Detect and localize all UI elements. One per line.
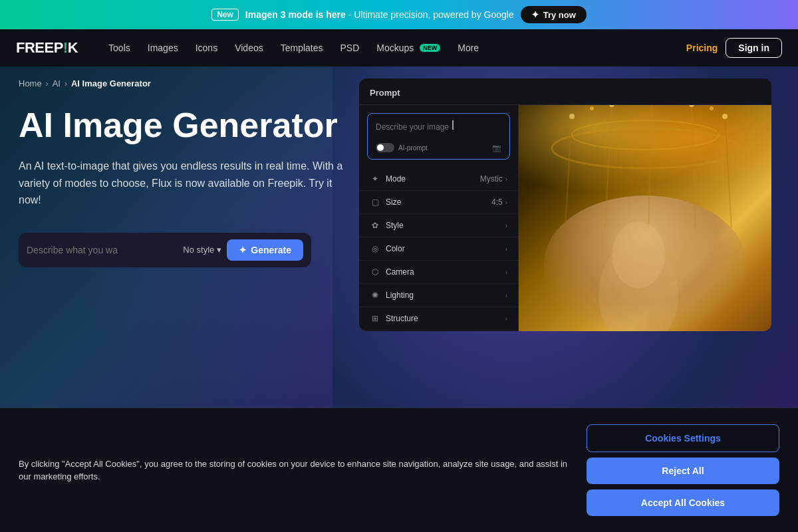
color-icon: ◎ [370,243,380,254]
ai-prompt-toggle[interactable]: AI-prompt 📷 [376,143,501,152]
star-icon: ✦ [531,9,539,20]
pricing-link[interactable]: Pricing [686,43,718,53]
camera-opt-icon: ⬡ [370,267,380,277]
lighting-icon: ✺ [370,290,380,301]
cookies-settings-button[interactable]: Cookies Settings [587,424,779,452]
preview-image [519,105,771,331]
svg-point-8 [590,106,594,110]
breadcrumb-sep-1: › [46,79,49,88]
chevron-right-icon-4: › [505,245,507,253]
camera-icon: 📷 [492,144,501,152]
panel-right [519,105,771,331]
chevron-right-icon-3: › [505,222,507,229]
nav-more[interactable]: More [451,39,485,57]
nav-psd[interactable]: PSD [334,39,366,57]
option-structure[interactable]: ⊞ Structure › [359,307,518,331]
hero-title: AI Image Generator [19,106,344,144]
new-badge: New [211,9,239,21]
svg-point-14 [710,106,714,110]
nav-images[interactable]: Images [141,39,185,57]
svg-point-7 [569,114,575,119]
mockups-new-badge: NEW [420,44,440,52]
option-style[interactable]: ✿ Style › [359,214,518,237]
chevron-right-icon: › [505,176,507,183]
accept-all-button[interactable]: Accept All Cookies [587,489,779,516]
mode-icon: ✦ [370,174,380,184]
carousel-svg [519,105,771,331]
hero-search-input[interactable] [27,245,178,255]
chevron-right-icon-7: › [505,315,507,323]
prompt-cursor [452,120,454,130]
option-lighting[interactable]: ✺ Lighting › [359,284,518,307]
breadcrumb-ai[interactable]: AI [53,78,61,88]
structure-icon: ⊞ [370,313,380,324]
option-mode[interactable]: ✦ Mode Mystic › [359,168,518,191]
announcement-bar: New Imagen 3 mode is here - Ultimate pre… [0,0,798,29]
nav-right: Pricing Sign in [686,38,782,58]
cookie-buttons: Cookies Settings Reject All Accept All C… [587,424,779,516]
panel-header: Prompt [359,78,771,105]
chevron-right-icon-2: › [505,199,507,206]
nav-videos[interactable]: Videos [228,39,270,57]
chevron-right-icon-6: › [505,292,507,299]
size-icon: ▢ [370,197,380,207]
nav-templates[interactable]: Templates [274,39,330,57]
generate-button[interactable]: ✦ Generate [227,239,303,261]
panel-body: Describe your image AI-prompt 📷 [359,105,771,331]
panel-left: Describe your image AI-prompt 📷 [359,105,519,331]
chevron-right-icon-5: › [505,269,507,276]
prompt-input-area[interactable]: Describe your image AI-prompt 📷 [367,113,510,160]
wand-icon: ✦ [239,245,247,255]
svg-line-4 [648,105,652,228]
panel-options: ✦ Mode Mystic › ▢ Size [359,168,518,331]
svg-line-2 [565,115,572,228]
hero-subtitle: An AI text-to-image that gives you endle… [19,158,344,209]
chevron-down-icon: ▾ [217,245,221,255]
ai-panel: Prompt Describe your image AI-prompt 📷 [359,78,771,331]
breadcrumb: Home › AI › AI Image Generator [19,78,151,88]
svg-point-1 [572,120,718,150]
option-color[interactable]: ◎ Color › [359,237,518,261]
try-now-button[interactable]: ✦ Try now [521,6,587,23]
prompt-placeholder-text: Describe your image [376,120,501,132]
breadcrumb-current: AI Image Generator [71,78,151,88]
announcement-text: Imagen 3 mode is here - Ultimate precisi… [245,9,514,20]
nav-mockups[interactable]: Mockups NEW [370,39,447,57]
hero-content: AI Image Generator An AI text-to-image t… [19,106,344,267]
nav-links: Tools Images Icons Videos Templates PSD … [102,39,668,57]
logo[interactable]: FREEP!K [16,39,78,57]
toggle-thumb [377,144,384,151]
reject-all-button[interactable]: Reject All [587,458,779,484]
toggle-pill [376,143,394,152]
svg-point-13 [689,105,694,107]
nav-tools[interactable]: Tools [102,39,137,57]
svg-point-17 [612,221,665,288]
breadcrumb-home[interactable]: Home [19,78,42,88]
svg-line-6 [725,115,732,228]
style-icon: ✿ [370,220,380,231]
hero-input-row: No style ▾ ✦ Generate [19,233,311,267]
breadcrumb-sep-2: › [65,79,67,88]
svg-point-0 [552,128,738,168]
cookie-text: By clicking "Accept All Cookies", you ag… [19,458,571,483]
cookie-banner: By clicking "Accept All Cookies", you ag… [0,408,798,532]
option-camera[interactable]: ⬡ Camera › [359,261,518,284]
svg-point-15 [722,114,728,119]
style-selector[interactable]: No style ▾ [183,245,221,255]
signin-button[interactable]: Sign in [726,38,782,58]
navbar: FREEP!K Tools Images Icons Videos Templa… [0,29,798,66]
svg-point-9 [609,105,614,107]
nav-icons[interactable]: Icons [189,39,224,57]
option-size[interactable]: ▢ Size 4:5 › [359,191,518,214]
